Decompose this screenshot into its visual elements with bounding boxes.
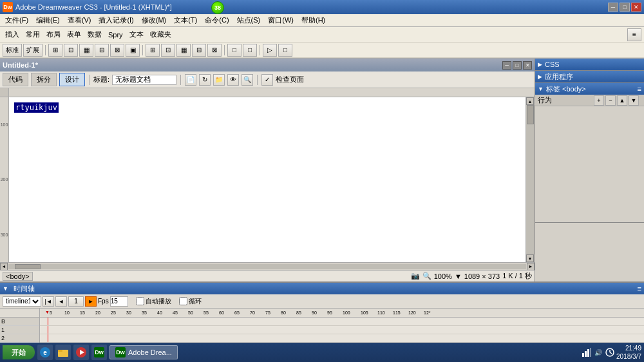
tl-play-btn[interactable]: ►: [85, 296, 97, 307]
tb-icon-11[interactable]: ⊠: [207, 44, 222, 57]
tb-icon-2[interactable]: ⊡: [64, 44, 78, 57]
close-button[interactable]: ✕: [631, 3, 641, 12]
auto-play-checkbox[interactable]: 自动播放: [136, 297, 171, 306]
canvas-content[interactable]: rtyuikjuv: [9, 97, 526, 262]
tb-icon-14[interactable]: ▷: [263, 44, 277, 57]
app-header[interactable]: ▶ 应用程序: [535, 71, 644, 82]
debug-icon[interactable]: 🔍: [242, 74, 253, 86]
tray-icon-1[interactable]: [605, 347, 615, 357]
timeline-header: ▼ 时间轴 ≡: [0, 283, 644, 294]
behavior-remove-btn[interactable]: −: [605, 95, 616, 106]
tb-icon-12[interactable]: □: [227, 44, 242, 57]
doc-close-btn[interactable]: ✕: [523, 61, 532, 70]
timeline-toolbar: timeline1 |◄ ◄ 1 ► Fps 自动播放 循环: [0, 294, 644, 309]
menu-edit[interactable]: 编辑(E): [32, 14, 64, 26]
preview-icon[interactable]: 👁: [227, 74, 239, 86]
tab-split[interactable]: 拆分: [31, 73, 57, 86]
tb-icon-7[interactable]: ⊞: [146, 44, 160, 57]
panel-toggle-icon[interactable]: ≡: [627, 28, 641, 41]
standard-tab[interactable]: 标准: [3, 44, 22, 57]
timeline-label: 时间轴: [14, 284, 35, 294]
svg-rect-9: [590, 348, 591, 357]
timeline-content: B 1 2 3 ▼ 5 10 15 20 25 30: [0, 309, 644, 344]
tb-icon-9[interactable]: ▦: [176, 44, 191, 57]
tl-back-btn[interactable]: ◄: [55, 296, 67, 307]
behavior-label: 行为: [538, 95, 552, 105]
menu-text[interactable]: 文本(T): [170, 14, 201, 26]
track-1: [40, 326, 644, 334]
tl-rewind-btn[interactable]: |◄: [43, 296, 54, 307]
tb-text[interactable]: 文本: [127, 30, 146, 39]
scroll-left-btn[interactable]: ◄: [0, 263, 8, 271]
tab-design[interactable]: 设计: [59, 73, 85, 86]
file-icon[interactable]: 📄: [185, 74, 196, 86]
zoom-dropdown[interactable]: ▼: [455, 272, 462, 280]
behavior-add-btn[interactable]: +: [594, 95, 604, 106]
taskbar-icon-ie[interactable]: e: [37, 345, 53, 360]
doc-min-btn[interactable]: ─: [502, 61, 511, 70]
tb-layout[interactable]: 布局: [44, 30, 63, 39]
doc-max-btn[interactable]: □: [513, 61, 522, 70]
scroll-right-btn[interactable]: ►: [527, 263, 535, 271]
taskbar: 开始 e Dw Dw Adobe Drea... 🔊 21:49 2018/3/…: [0, 343, 644, 362]
behavior-up-btn[interactable]: ▲: [617, 95, 627, 106]
tb-icon-5[interactable]: ⊠: [110, 44, 124, 57]
scroll-up-btn[interactable]: ▲: [526, 97, 534, 105]
tb-icon-15[interactable]: □: [278, 44, 292, 57]
tl-frame-input: 1: [68, 296, 84, 307]
tb-icon-8[interactable]: ⊡: [161, 44, 175, 57]
taskbar-icon-folder[interactable]: [55, 345, 71, 360]
loop-checkbox[interactable]: 循环: [179, 297, 202, 306]
scroll-down-btn[interactable]: ▼: [526, 254, 534, 262]
refresh-icon[interactable]: ↻: [199, 74, 211, 86]
playhead-line: [48, 318, 48, 325]
tb-icon-1[interactable]: ⊞: [48, 44, 62, 57]
tb-common[interactable]: 常用: [23, 30, 43, 39]
tab-code[interactable]: 代码: [3, 73, 28, 86]
behavior-down-btn[interactable]: ▼: [629, 95, 639, 106]
start-button[interactable]: 开始: [3, 345, 35, 359]
taskbar-icon-dw[interactable]: Dw: [91, 345, 107, 360]
css-header[interactable]: ▶ CSS: [535, 59, 644, 70]
zoom-level: 100%: [434, 272, 452, 280]
tb-data[interactable]: 数据: [85, 30, 104, 39]
validate-icon[interactable]: ✓: [261, 74, 273, 86]
taskbar-clock[interactable]: 21:49 2018/3/7: [616, 344, 641, 361]
tb-icon-6[interactable]: ▣: [126, 44, 140, 57]
menu-modify[interactable]: 修改(M): [138, 14, 171, 26]
extended-tab[interactable]: 扩展: [23, 44, 43, 57]
menu-window[interactable]: 窗口(W): [264, 14, 298, 26]
menu-view[interactable]: 查看(V): [64, 14, 95, 26]
tb-icon-10[interactable]: ⊟: [192, 44, 206, 57]
toolbar-row-1: 插入 常用 布局 表单 数据 Spry 文本 收藏夹 ≡: [0, 27, 644, 43]
folder-icon[interactable]: 📁: [213, 74, 225, 86]
behavior-header: 行为 + − ▲ ▼: [535, 95, 644, 106]
taskbar-icon-media[interactable]: [73, 345, 89, 360]
menu-insert[interactable]: 插入记录(I): [95, 14, 137, 26]
tag-header[interactable]: ▼ 标签 <body> ≡: [535, 83, 644, 95]
tb-spry[interactable]: Spry: [106, 31, 126, 39]
minimize-button[interactable]: ─: [608, 3, 618, 12]
timeline-name-select[interactable]: timeline1: [3, 296, 41, 307]
tb-insert[interactable]: 插入: [3, 30, 22, 39]
tray-icon-sound[interactable]: 🔊: [593, 347, 603, 357]
fps-input[interactable]: [110, 296, 128, 307]
menu-command[interactable]: 命令(C): [201, 14, 232, 26]
tb-icon-13[interactable]: □: [243, 44, 257, 57]
tb-icon-3[interactable]: ▦: [79, 44, 93, 57]
menu-site[interactable]: 站点(S): [233, 14, 265, 26]
menu-help[interactable]: 帮助(H): [298, 14, 329, 26]
taskbar-app-dw[interactable]: Dw Adobe Drea...: [109, 345, 178, 359]
insert-toolbar: 插入 常用 布局 表单 数据 Spry 文本 收藏夹 ≡ 标准 扩展 ⊞ ⊡ ▦…: [0, 27, 644, 59]
tray-icon-network[interactable]: [582, 347, 592, 357]
maximize-button[interactable]: □: [620, 3, 630, 12]
scroll-thumb-h[interactable]: [15, 264, 41, 269]
tb-icon-4[interactable]: ⊟: [95, 44, 109, 57]
tb-form[interactable]: 表单: [64, 30, 84, 39]
tb-favorites[interactable]: 收藏夹: [147, 30, 174, 39]
track-label-2: 1: [0, 326, 39, 334]
title-input[interactable]: [112, 75, 176, 85]
menu-file[interactable]: 文件(F): [1, 14, 32, 26]
svg-rect-7: [585, 351, 587, 357]
scroll-thumb-v[interactable]: [527, 105, 534, 124]
